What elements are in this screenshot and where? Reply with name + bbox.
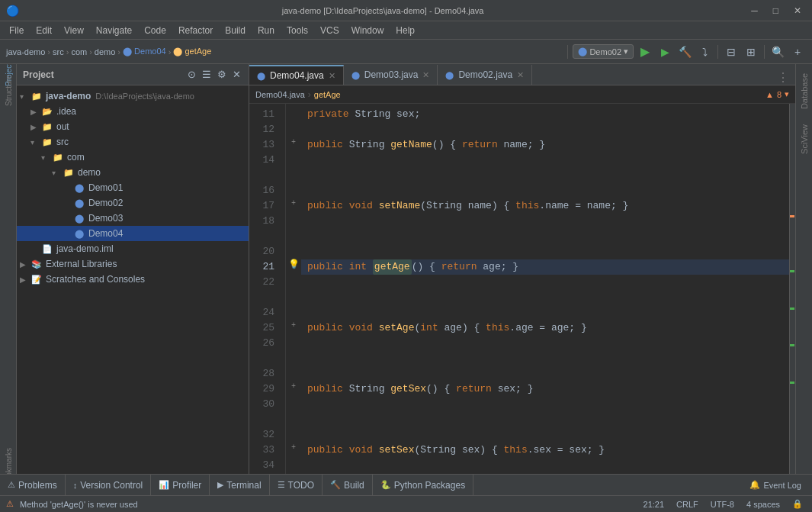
run-config-button[interactable]: ⬤ Demo02 ▾ [573,44,634,59]
right-tab-sciview[interactable]: SciView [798,118,810,160]
tab-demo04-close[interactable]: ✕ [329,71,335,81]
menu-item-file[interactable]: File [3,24,30,37]
tab-demo03-close[interactable]: ✕ [422,70,429,80]
tree-item-demo04[interactable]: ⬤ Demo04 [17,226,249,241]
toolbar-btn-3[interactable]: ⊞ [743,43,759,60]
project-panel-header: Project ⊙ ☰ ⚙ ✕ [17,64,249,85]
warning-count: 8 [777,90,782,99]
tab-demo03[interactable]: ⬤ Demo03.java ✕ [344,65,438,85]
tree-label-path: D:\IdeaProjects\java-demo [95,92,194,101]
line-num-30: 30 [249,397,279,412]
tree-item-src[interactable]: ▾ 📁 src [17,134,249,150]
file-encoding[interactable]: UTF-8 [708,500,737,509]
menu-item-run[interactable]: Run [252,24,281,37]
demo01-java-icon: ⬤ [73,182,85,193]
tree-item-demo[interactable]: ▾ 📁 demo [17,165,249,180]
tree-arrow-out: ▶ [30,123,41,131]
toolbar-btn-1[interactable]: ⤵ [696,43,713,60]
tab-demo02[interactable]: ⬤ Demo02.java ✕ [438,65,532,85]
menu-item-tools[interactable]: Tools [281,24,314,37]
gutter: + + 💡 + + + [286,104,301,474]
editor-area: ⬤ Demo04.java ✕ ⬤ Demo03.java ✕ ⬤ Demo02… [249,64,795,474]
tree-arrow-scratches: ▶ [20,275,30,284]
maximize-button[interactable]: □ [769,5,783,16]
menu-item-vcs[interactable]: VCS [314,24,345,37]
code-line-33: public void setSex(String sex) { this.se… [301,443,789,458]
tree-arrow-com: ▾ [41,153,52,162]
bc-demo04[interactable]: Demo04.java [255,90,305,99]
indent-settings[interactable]: 4 spaces [743,500,783,509]
bottom-tab-terminal[interactable]: ▶ Terminal [210,475,269,496]
menu-item-refactor[interactable]: Refactor [172,24,219,37]
run-button[interactable]: ▶ [637,43,653,60]
bottom-tab-version-control[interactable]: ↕ Version Control [66,475,152,496]
tree-item-demo01[interactable]: ⬤ Demo01 [17,180,249,195]
profile-button[interactable]: ▶ [656,43,673,60]
tree-item-com[interactable]: ▾ 📁 com [17,150,249,165]
breadcrumb-demo04[interactable]: ⬤ Demo04 [123,47,166,56]
todo-label: TODO [288,480,314,491]
python-label: Python Packages [394,480,465,491]
code-line-22 [301,275,789,290]
panel-icon-expand[interactable]: ☰ [201,67,213,82]
menu-item-edit[interactable]: Edit [30,24,58,37]
cursor-position[interactable]: 21:21 [640,500,668,509]
panel-icon-settings[interactable]: ⚙ [216,67,228,82]
tree-item-demo03[interactable]: ⬤ Demo03 [17,211,249,226]
bottom-tab-todo[interactable]: ☰ TODO [270,475,323,496]
tree-item-iml[interactable]: 📄 java-demo.iml [17,241,249,256]
tab-more-button[interactable]: ⋮ [771,70,795,85]
add-button[interactable]: + [789,43,806,60]
minimize-button[interactable]: ─ [746,5,762,16]
code-content[interactable]: private String sex; public String getNam… [301,104,789,474]
tree-arrow-demo: ▾ [52,169,63,177]
close-button[interactable]: ✕ [789,5,806,16]
menu-item-help[interactable]: Help [390,24,421,37]
search-button[interactable]: 🔍 [769,43,786,60]
menu-item-build[interactable]: Build [219,24,252,37]
panel-icon-locate[interactable]: ⊙ [186,67,197,82]
tree-item-ext-libs[interactable]: ▶ 📚 External Libraries [17,256,249,272]
panel-icon-close[interactable]: ✕ [231,67,242,82]
toolbar-btn-2[interactable]: ⊟ [723,43,740,60]
tree-item-java-demo[interactable]: ▾ 📁 java-demo D:\IdeaProjects\java-demo [17,89,249,104]
app-icon: 🔵 [6,5,19,17]
main-area: Project Structure Bookmarks Project ⊙ ☰ … [0,64,812,474]
tree-item-idea[interactable]: ▶ 📂 .idea [17,104,249,119]
breadcrumb-java-demo[interactable]: java-demo [6,47,45,56]
menu-item-window[interactable]: Window [345,24,390,37]
build-button[interactable]: 🔨 [676,43,693,60]
event-log-button[interactable]: 🔔 Event Log [745,478,806,491]
tree-item-out[interactable]: ▶ 📁 out [17,119,249,134]
tree-item-demo02[interactable]: ⬤ Demo02 [17,195,249,211]
code-line-19 [301,229,789,244]
bottom-tab-problems[interactable]: ⚠ Problems [0,475,66,496]
toolbar-sep-3 [764,45,765,59]
line-num-23 [249,290,279,305]
breadcrumb-src[interactable]: src [53,47,64,56]
tab-demo02-close[interactable]: ✕ [517,70,524,80]
line-separator[interactable]: CRLF [673,500,701,509]
code-editor: 11 12 13 14 16 17 18 20 21 22 24 25 26 2… [249,104,795,474]
breadcrumb-com[interactable]: com [71,47,87,56]
tab-demo04[interactable]: ⬤ Demo04.java ✕ [249,65,344,85]
bottom-tab-profiler[interactable]: 📊 Profiler [151,475,210,496]
toolbar: java-demo › src › com › demo › ⬤ Demo04 … [0,40,812,64]
menu-item-navigate[interactable]: Navigate [90,24,138,37]
left-icon-structure[interactable]: Structure [2,84,15,98]
run-config-icon: ⬤ [578,47,587,56]
bottom-tab-python[interactable]: 🐍 Python Packages [373,475,473,496]
left-icon-bookmarks[interactable]: Bookmarks [2,460,15,474]
tree-label-iml: java-demo.iml [56,243,114,254]
editor-warnings[interactable]: ▲ 8 ▾ [765,89,789,99]
right-tab-database[interactable]: Database [798,67,810,115]
bottom-tab-build[interactable]: 🔨 Build [323,475,373,496]
breadcrumb-getage[interactable]: ⬤ getAge [173,47,211,56]
bc-getage[interactable]: getAge [314,90,341,99]
breadcrumb-demo[interactable]: demo [95,47,116,56]
tree-item-scratches[interactable]: ▶ 📝 Scratches and Consoles [17,272,249,287]
menu-item-view[interactable]: View [58,24,90,37]
breadcrumb-sep-4: › [117,47,120,56]
menu-item-code[interactable]: Code [138,24,172,37]
src-folder-icon: 📁 [41,137,53,147]
